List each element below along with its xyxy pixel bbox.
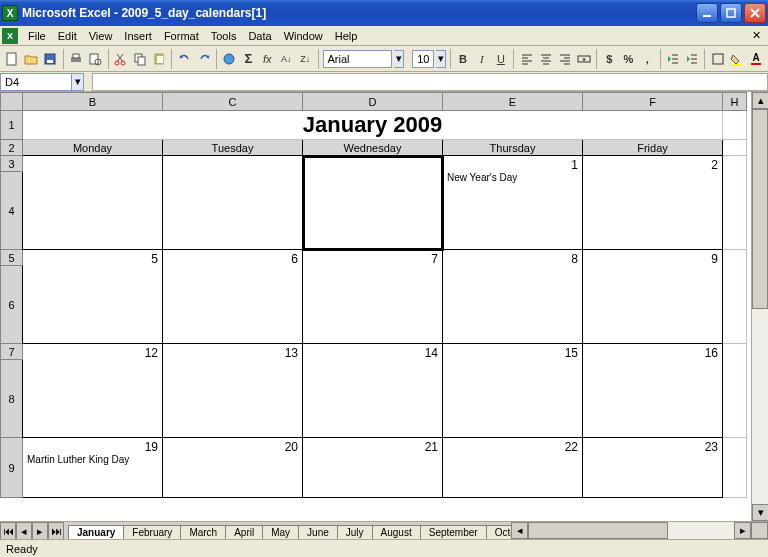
vertical-scrollbar[interactable]: ▴ ▾ [751, 92, 768, 521]
menu-help[interactable]: Help [329, 28, 364, 44]
menu-edit[interactable]: Edit [52, 28, 83, 44]
calendar-cell[interactable]: 2 [583, 156, 723, 250]
borders-button[interactable] [709, 48, 726, 70]
calendar-cell[interactable]: 12 [23, 344, 163, 438]
day-header[interactable]: Tuesday [163, 140, 303, 156]
row-header[interactable]: 8 [1, 360, 23, 438]
calendar-cell[interactable]: 14 [303, 344, 443, 438]
calendar-cell[interactable] [23, 156, 163, 250]
day-header[interactable]: Friday [583, 140, 723, 156]
increase-indent-button[interactable] [683, 48, 700, 70]
calendar-cell[interactable]: 5 [23, 250, 163, 344]
font-size-dropdown[interactable]: ▾ [436, 50, 445, 68]
calendar-cell[interactable]: 6 [163, 250, 303, 344]
maximize-button[interactable] [720, 3, 742, 23]
currency-button[interactable]: $ [601, 48, 618, 70]
sheet-tab-september[interactable]: September [420, 525, 487, 539]
row-header[interactable]: 2 [1, 140, 23, 156]
menu-data[interactable]: Data [242, 28, 277, 44]
col-header-h[interactable]: H [723, 93, 747, 111]
sheet-tab-may[interactable]: May [262, 525, 299, 539]
align-left-button[interactable] [518, 48, 535, 70]
row-header[interactable]: 4 [1, 172, 23, 250]
calendar-cell[interactable]: 15 [443, 344, 583, 438]
day-header[interactable]: Thursday [443, 140, 583, 156]
col-header-b[interactable]: B [23, 93, 163, 111]
calendar-cell[interactable]: 21 [303, 438, 443, 498]
sheet-tab-june[interactable]: June [298, 525, 338, 539]
sort-desc-button[interactable]: Z↓ [297, 48, 314, 70]
calendar-cell-selected[interactable] [303, 156, 443, 250]
scroll-left-button[interactable]: ◂ [511, 522, 528, 539]
sheet-tab-august[interactable]: August [372, 525, 421, 539]
hscroll-thumb[interactable] [528, 522, 668, 539]
scroll-down-button[interactable]: ▾ [752, 504, 768, 521]
merge-button[interactable]: a [575, 48, 592, 70]
col-header-e[interactable]: E [443, 93, 583, 111]
save-button[interactable] [42, 48, 59, 70]
row-header[interactable]: 6 [1, 266, 23, 344]
hyperlink-button[interactable] [221, 48, 238, 70]
sheet-tab-october[interactable]: October [486, 525, 511, 539]
percent-button[interactable]: % [620, 48, 637, 70]
row-header[interactable]: 9 [1, 438, 23, 498]
menu-file[interactable]: File [22, 28, 52, 44]
row-header[interactable]: 7 [1, 344, 23, 360]
calendar-cell[interactable] [163, 156, 303, 250]
undo-button[interactable] [176, 48, 193, 70]
redo-button[interactable] [195, 48, 212, 70]
function-button[interactable]: fx [259, 48, 276, 70]
select-all-corner[interactable] [1, 93, 23, 111]
scroll-track[interactable] [752, 309, 768, 504]
col-header-c[interactable]: C [163, 93, 303, 111]
row-header[interactable]: 5 [1, 250, 23, 266]
calendar-cell[interactable]: 19Martin Luther King Day [23, 438, 163, 498]
new-button[interactable] [4, 48, 21, 70]
menu-format[interactable]: Format [158, 28, 205, 44]
cut-button[interactable] [112, 48, 129, 70]
scroll-up-button[interactable]: ▴ [752, 92, 768, 109]
open-button[interactable] [23, 48, 40, 70]
decrease-indent-button[interactable] [665, 48, 682, 70]
row-header[interactable]: 1 [1, 111, 23, 140]
sheet-first-button[interactable]: ⏮ [0, 522, 16, 540]
row-header[interactable]: 3 [1, 156, 23, 172]
calendar-cell[interactable]: 7 [303, 250, 443, 344]
col-header-d[interactable]: D [303, 93, 443, 111]
close-doc-button[interactable]: ✕ [752, 29, 766, 43]
month-title[interactable]: January 2009 [23, 111, 723, 140]
font-name-dropdown[interactable]: ▾ [394, 50, 403, 68]
font-color-button[interactable]: A [747, 48, 764, 70]
name-box[interactable]: D4 [0, 73, 72, 91]
comma-button[interactable]: , [639, 48, 656, 70]
sheet-last-button[interactable]: ⏭ [48, 522, 64, 540]
calendar-cell[interactable]: 13 [163, 344, 303, 438]
copy-button[interactable] [131, 48, 148, 70]
day-header[interactable]: Monday [23, 140, 163, 156]
font-name-select[interactable]: Arial [323, 50, 393, 68]
day-header[interactable]: Wednesday [303, 140, 443, 156]
name-box-dropdown[interactable]: ▾ [72, 73, 84, 91]
sheet-tab-february[interactable]: February [123, 525, 181, 539]
calendar-cell[interactable]: 23 [583, 438, 723, 498]
align-right-button[interactable] [556, 48, 573, 70]
menu-tools[interactable]: Tools [205, 28, 243, 44]
italic-button[interactable]: I [473, 48, 490, 70]
horizontal-scrollbar[interactable]: ◂ ▸ [511, 522, 751, 539]
spreadsheet-grid[interactable]: B C D E F H 1 January 2009 2 Monday Tues… [0, 92, 747, 498]
autosum-button[interactable]: Σ [240, 48, 257, 70]
calendar-cell[interactable]: 20 [163, 438, 303, 498]
font-size-select[interactable]: 10 [412, 50, 434, 68]
col-header-f[interactable]: F [583, 93, 723, 111]
calendar-cell[interactable]: 8 [443, 250, 583, 344]
menu-insert[interactable]: Insert [118, 28, 158, 44]
sheet-tab-april[interactable]: April [225, 525, 263, 539]
sheet-tab-july[interactable]: July [337, 525, 373, 539]
sheet-tab-january[interactable]: January [68, 525, 124, 539]
align-center-button[interactable] [537, 48, 554, 70]
menu-window[interactable]: Window [278, 28, 329, 44]
sheet-prev-button[interactable]: ◂ [16, 522, 32, 540]
formula-input[interactable] [92, 73, 768, 91]
calendar-cell[interactable]: 9 [583, 250, 723, 344]
calendar-cell[interactable]: 1New Year's Day [443, 156, 583, 250]
